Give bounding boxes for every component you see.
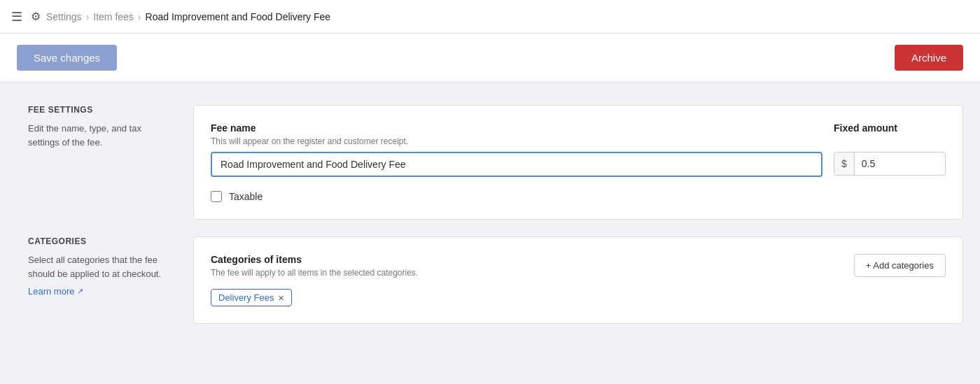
main-content: FEE SETTINGS Edit the name, type, and ta…	[0, 83, 980, 384]
fee-settings-card: Fee name This will appear on the registe…	[193, 105, 963, 220]
breadcrumb-current: Road Improvement and Food Delivery Fee	[146, 11, 331, 22]
categories-title-group: Categories of items The fee will apply t…	[211, 254, 418, 278]
fixed-amount-sublabel	[834, 136, 946, 146]
toolbar: Save changes Archive	[0, 34, 980, 83]
learn-more-label: Learn more	[28, 286, 74, 297]
fee-name-group: Fee name This will appear on the registe…	[211, 122, 822, 177]
breadcrumb-sep-1: ›	[86, 11, 90, 22]
fee-name-sublabel: This will appear on the register and cus…	[211, 136, 822, 146]
gear-icon: ⚙	[31, 10, 41, 23]
fixed-amount-label: Fixed amount	[834, 122, 946, 134]
tags-row: Delivery Fees×	[211, 289, 946, 306]
categories-card: Categories of items The fee will apply t…	[193, 236, 963, 324]
categories-description: Select all categories that the fee shoul…	[28, 253, 171, 280]
archive-button[interactable]: Archive	[895, 45, 963, 71]
amount-input[interactable]	[855, 152, 911, 175]
hamburger-icon[interactable]: ☰	[11, 9, 22, 24]
fee-settings-section: FEE SETTINGS Edit the name, type, and ta…	[17, 105, 963, 220]
fee-name-input[interactable]	[211, 152, 822, 177]
categories-label: CATEGORIES Select all categories that th…	[17, 236, 171, 297]
taxable-row: Taxable	[211, 191, 946, 202]
fee-settings-label: FEE SETTINGS Edit the name, type, and ta…	[17, 105, 171, 149]
breadcrumb: Settings › Item fees › Road Improvement …	[46, 11, 330, 22]
categories-title: CATEGORIES	[28, 236, 171, 246]
categories-section: CATEGORIES Select all categories that th…	[17, 236, 963, 324]
fee-name-row: Fee name This will appear on the registe…	[211, 122, 946, 177]
breadcrumb-settings[interactable]: Settings	[46, 11, 82, 22]
fee-settings-description: Edit the name, type, and tax settings of…	[28, 122, 171, 149]
fee-name-label: Fee name	[211, 122, 822, 134]
external-link-icon: ↗	[77, 287, 83, 296]
taxable-label[interactable]: Taxable	[229, 191, 262, 202]
top-nav: ☰ ⚙ Settings › Item fees › Road Improvem…	[0, 0, 980, 34]
tag-label: Delivery Fees	[218, 292, 274, 303]
breadcrumb-sep-2: ›	[138, 11, 141, 22]
fixed-amount-group: Fixed amount $	[834, 122, 946, 176]
amount-input-wrapper: $	[834, 152, 946, 176]
add-categories-button[interactable]: + Add categories	[854, 254, 946, 277]
taxable-checkbox[interactable]	[211, 191, 222, 202]
category-tag: Delivery Fees×	[211, 289, 292, 306]
categories-header: Categories of items The fee will apply t…	[211, 254, 946, 278]
amount-prefix: $	[834, 152, 855, 175]
fee-settings-title: FEE SETTINGS	[28, 105, 171, 115]
categories-card-title: Categories of items	[211, 254, 418, 265]
categories-card-description: The fee will apply to all items in the s…	[211, 268, 418, 278]
save-button[interactable]: Save changes	[17, 45, 117, 71]
tag-remove[interactable]: ×	[278, 293, 284, 303]
learn-more-link[interactable]: Learn more ↗	[28, 286, 83, 297]
breadcrumb-item-fees[interactable]: Item fees	[93, 11, 134, 22]
